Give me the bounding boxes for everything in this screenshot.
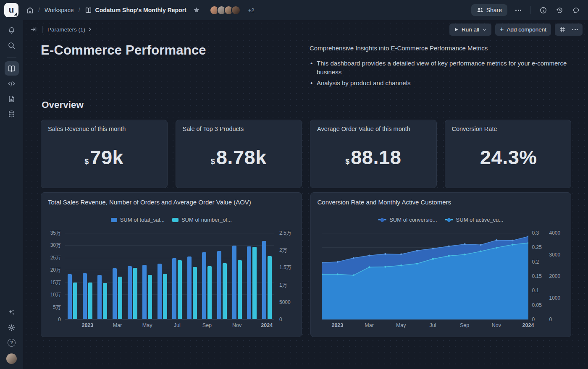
bar-number_of_orders[interactable] (163, 274, 167, 319)
marker-conversion_rate[interactable] (336, 261, 338, 263)
bar-number_of_orders[interactable] (133, 268, 137, 319)
info-button[interactable] (538, 5, 549, 16)
page-title: E-Commerce Performance (41, 43, 301, 89)
marker-conversion_rate[interactable] (432, 248, 433, 249)
bar-total_sales[interactable] (83, 273, 87, 319)
bar-number_of_orders[interactable] (178, 260, 182, 319)
sales-aov-chart-card[interactable]: Total Sales Revenue, Number of Orders an… (41, 192, 302, 337)
marker-active_customers[interactable] (432, 258, 433, 260)
sidebar-item-search[interactable] (5, 38, 19, 52)
marker-conversion_rate[interactable] (448, 245, 449, 247)
legend-item-total_sales[interactable]: SUM of total_sal... (111, 217, 165, 223)
marker-active_customers[interactable] (464, 254, 465, 255)
marker-conversion_rate[interactable] (416, 250, 417, 251)
user-avatar[interactable] (6, 353, 17, 364)
marker-active_customers[interactable] (336, 273, 338, 275)
bar-total_sales[interactable] (232, 246, 236, 319)
bar-number_of_orders[interactable] (73, 283, 77, 319)
sidebar-item-help[interactable]: ? (5, 335, 19, 350)
question-glyph: ? (10, 340, 13, 345)
sidebar-item-notifications[interactable] (5, 23, 19, 37)
bar-number_of_orders[interactable] (238, 260, 242, 319)
marker-active_customers[interactable] (448, 255, 449, 256)
marker-active_customers[interactable] (400, 264, 402, 266)
collaborators-more-count[interactable]: +2 (248, 7, 255, 13)
bar-chart-plot[interactable] (65, 233, 274, 319)
marker-conversion_rate[interactable] (496, 239, 497, 241)
marker-conversion_rate[interactable] (480, 244, 481, 246)
marker-active_customers[interactable] (416, 263, 417, 264)
bar-total_sales[interactable] (113, 268, 117, 319)
bar-number_of_orders[interactable] (148, 275, 152, 319)
marker-active_customers[interactable] (352, 275, 354, 276)
legend-item-active_customers[interactable]: SUM of active_cu... (445, 217, 504, 223)
bar-number_of_orders[interactable] (118, 277, 122, 319)
sidebar-item-settings[interactable] (5, 320, 19, 335)
bar-number_of_orders[interactable] (103, 283, 107, 319)
bar-number_of_orders[interactable] (193, 267, 197, 319)
kpi-card-top-products[interactable]: Sale of Top 3 Products $ 8.78k (176, 120, 302, 188)
parameters-toggle[interactable]: Parameters (1) (47, 26, 92, 33)
sidebar-item-ai-assistant[interactable] (5, 305, 19, 319)
comments-button[interactable] (570, 5, 581, 16)
bar-total_sales[interactable] (202, 252, 206, 319)
sidebar-item-notebooks[interactable] (5, 61, 19, 76)
kpi-card-sales-revenue[interactable]: Sales Revenue of this month $ 79k (41, 120, 168, 188)
marker-active_customers[interactable] (384, 266, 386, 267)
topbar-actions: Share (471, 4, 581, 16)
history-button[interactable] (554, 5, 565, 16)
kpi-card-average-order-value[interactable]: Average Order Value of this month $ 88.1… (310, 120, 437, 188)
add-component-button[interactable]: + Add component (495, 24, 551, 36)
legend-swatch-dot (381, 218, 384, 222)
legend-item-number_of_orders[interactable]: SUM of number_of... (172, 217, 232, 223)
bar-total_sales[interactable] (262, 241, 266, 319)
conversion-customers-chart-card[interactable]: Conversion Rate and Monthly Active Custo… (310, 192, 572, 337)
marker-active_customers[interactable] (496, 247, 497, 249)
bar-total_sales[interactable] (172, 258, 176, 319)
run-all-button[interactable]: Run all (449, 24, 491, 36)
more-options-button[interactable] (513, 5, 524, 16)
share-button[interactable]: Share (471, 4, 507, 16)
marker-conversion_rate[interactable] (368, 254, 370, 256)
breadcrumb-workspace[interactable]: Workspace (45, 7, 74, 13)
avatar-stack[interactable] (210, 5, 241, 15)
marker-conversion_rate[interactable] (464, 243, 465, 245)
chart-row: Total Sales Revenue, Number of Orders an… (41, 192, 571, 337)
kpi-card-conversion-rate[interactable]: Conversion Rate 24.3% (445, 120, 572, 188)
sidebar-item-data-sources[interactable] (5, 107, 19, 121)
frame-icon[interactable] (558, 25, 567, 34)
bar-total_sales[interactable] (158, 264, 162, 319)
bar-total_sales[interactable] (97, 275, 102, 319)
bar-number_of_orders[interactable] (88, 283, 92, 319)
marker-active_customers[interactable] (368, 266, 370, 268)
marker-conversion_rate[interactable] (400, 254, 402, 255)
bar-number_of_orders[interactable] (268, 256, 272, 319)
home-icon[interactable] (26, 7, 34, 14)
star-icon[interactable] (193, 7, 200, 13)
marker-active_customers[interactable] (480, 251, 481, 252)
bar-number_of_orders[interactable] (223, 263, 227, 319)
marker-active_customers[interactable] (512, 244, 513, 246)
sidebar-item-reports[interactable] (5, 92, 19, 106)
marker-conversion_rate[interactable] (512, 240, 513, 241)
marker-conversion_rate[interactable] (352, 257, 354, 259)
sidebar: ? (0, 20, 23, 369)
sidebar-item-queries[interactable] (5, 76, 19, 91)
marker-conversion_rate[interactable] (384, 253, 386, 255)
parameters-label: Parameters (1) (47, 26, 85, 33)
bar-number_of_orders[interactable] (252, 247, 257, 319)
bar-total_sales[interactable] (142, 265, 147, 319)
bar-total_sales[interactable] (128, 266, 132, 319)
area-chart-plot[interactable] (322, 233, 528, 319)
bar-number_of_orders[interactable] (207, 266, 212, 319)
more-tools-button[interactable] (571, 25, 579, 34)
collapse-panel-icon[interactable] (29, 25, 38, 34)
bar-total_sales[interactable] (68, 274, 72, 319)
bar-total_sales[interactable] (217, 251, 221, 319)
bar-total_sales[interactable] (247, 246, 251, 319)
app-logo[interactable]: u (4, 3, 18, 17)
bar-total_sales[interactable] (187, 256, 192, 319)
legend-item-conversion_rate[interactable]: SUM of conversio... (378, 217, 437, 223)
breadcrumb-document[interactable]: Codatum Shop's Monthly Report (85, 7, 186, 14)
avatar[interactable] (231, 5, 241, 15)
